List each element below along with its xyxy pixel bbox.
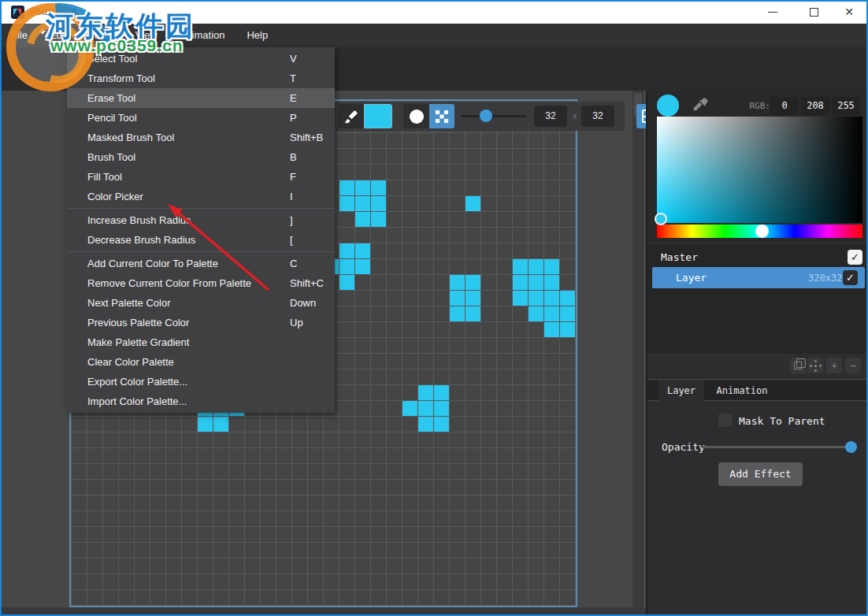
current-color-swatch[interactable] bbox=[364, 104, 392, 128]
menubar-item-animation[interactable]: Animation bbox=[169, 24, 236, 47]
layer-row-selected[interactable]: Layer 320x320 ✓ bbox=[652, 267, 865, 288]
menubar: FileEditToolsViewAnimationHelp bbox=[0, 24, 868, 47]
rgb-red-input[interactable]: 0 bbox=[770, 97, 799, 115]
menu-item-import-color-palette[interactable]: Import Color Palette... bbox=[67, 391, 335, 411]
remove-layer-button[interactable]: − bbox=[845, 358, 861, 373]
tab-layer[interactable]: Layer bbox=[658, 380, 704, 402]
master-visibility-checkbox[interactable]: ✓ bbox=[848, 250, 862, 265]
opacity-slider-track[interactable] bbox=[701, 446, 851, 448]
layer-actions-bar: + − bbox=[647, 354, 868, 377]
brush-size-slider-track[interactable] bbox=[461, 115, 527, 117]
menu-item-pencil-tool[interactable]: Pencil ToolP bbox=[67, 108, 335, 128]
horizontal-scrollbar[interactable] bbox=[0, 607, 646, 616]
merge-layer-button[interactable] bbox=[807, 358, 823, 373]
menu-item-shortcut: [ bbox=[290, 230, 293, 250]
menubar-item-help[interactable]: Help bbox=[236, 24, 279, 47]
canvas-pixel bbox=[559, 306, 575, 321]
menu-item-make-palette-gradient[interactable]: Make Palette Gradient bbox=[67, 332, 335, 352]
menu-item-add-current-color-to-palette[interactable]: Add Current Color To PaletteC bbox=[67, 254, 335, 273]
app-icon bbox=[11, 6, 24, 19]
menu-item-shortcut: V bbox=[290, 49, 297, 69]
menu-item-label: Make Palette Gradient bbox=[87, 332, 189, 352]
layer-visibility-checkbox[interactable]: ✓ bbox=[843, 270, 858, 285]
current-color-circle[interactable] bbox=[657, 95, 679, 117]
canvas-pixel bbox=[528, 290, 543, 306]
canvas-pixel bbox=[354, 258, 370, 274]
saturation-value-picker[interactable] bbox=[657, 117, 862, 223]
menu-item-previous-palette-color[interactable]: Previous Palette ColorUp bbox=[67, 313, 335, 332]
canvas-pixel bbox=[339, 243, 354, 258]
canvas-width-input[interactable]: 32 bbox=[534, 106, 567, 127]
dimensions-separator: x bbox=[573, 111, 577, 121]
menu-item-erase-tool[interactable]: Erase ToolE bbox=[67, 88, 335, 108]
layer-tab-content: Mask To Parent Opacity Add Effect bbox=[647, 401, 868, 616]
canvas-pixel bbox=[543, 290, 559, 306]
close-button[interactable]: ✕ bbox=[832, 0, 866, 24]
menu-item-label: Add Current Color To Palette bbox=[87, 254, 218, 273]
canvas-pixel bbox=[197, 416, 213, 432]
menu-item-label: Transform Tool bbox=[87, 69, 155, 88]
tab-animation[interactable]: Animation bbox=[709, 380, 775, 402]
vertical-scrollbar[interactable] bbox=[632, 91, 644, 607]
menu-item-label: Import Color Palette... bbox=[87, 391, 187, 411]
canvas-height-input[interactable]: 32 bbox=[581, 106, 614, 127]
canvas-pixel bbox=[339, 195, 354, 211]
add-effect-button[interactable]: Add Effect bbox=[718, 462, 803, 486]
canvas-pixel bbox=[354, 180, 370, 195]
canvas-pixel bbox=[543, 258, 559, 274]
menu-item-shortcut: C bbox=[290, 254, 297, 273]
canvas-pixel bbox=[433, 384, 449, 400]
menu-item-shortcut: Up bbox=[290, 313, 303, 332]
brush-tip-button[interactable] bbox=[339, 104, 364, 128]
dots-icon bbox=[814, 365, 817, 367]
canvas-pixel bbox=[512, 274, 528, 290]
menu-item-color-picker[interactable]: Color PickerI bbox=[67, 187, 335, 206]
menubar-item-tools[interactable]: Tools bbox=[78, 24, 124, 47]
canvas-pixel bbox=[370, 180, 386, 195]
menu-item-remove-current-color-from-palette[interactable]: Remove Current Color From PaletteShift+C bbox=[67, 273, 335, 293]
canvas-pixel bbox=[433, 416, 449, 432]
maximize-button[interactable] bbox=[796, 0, 832, 24]
sv-picker-handle[interactable] bbox=[655, 213, 667, 225]
duplicate-layer-button[interactable] bbox=[790, 358, 806, 373]
menu-item-label: Clear Color Palette bbox=[87, 352, 174, 372]
menu-item-clear-color-palette[interactable]: Clear Color Palette bbox=[67, 352, 335, 372]
app-window: Pixelmash ✕ FileEditToolsViewAnimationHe… bbox=[0, 0, 868, 616]
mask-to-parent-checkbox[interactable] bbox=[718, 414, 732, 427]
canvas-pixel bbox=[417, 384, 433, 400]
canvas-pixel bbox=[528, 274, 543, 290]
rgb-blue-input[interactable]: 255 bbox=[832, 97, 860, 115]
menu-item-next-palette-color[interactable]: Next Palette ColorDown bbox=[67, 293, 335, 313]
menu-item-label: Masked Brush Tool bbox=[87, 128, 174, 147]
layers-list: Master ✓ Layer 320x320 ✓ bbox=[647, 243, 868, 354]
menu-item-label: Erase Tool bbox=[87, 88, 135, 108]
rgb-green-input[interactable]: 208 bbox=[801, 97, 829, 115]
menubar-item-file[interactable]: File bbox=[0, 24, 39, 47]
canvas-pixel bbox=[339, 180, 354, 195]
round-brush-button[interactable] bbox=[403, 104, 429, 128]
master-layer-label: Master bbox=[661, 251, 698, 263]
minimize-button[interactable] bbox=[755, 0, 791, 24]
menubar-item-view[interactable]: View bbox=[124, 24, 169, 47]
hue-slider-handle[interactable] bbox=[755, 225, 769, 238]
menu-item-export-color-palette[interactable]: Export Color Palette... bbox=[67, 372, 335, 391]
brush-size-slider-handle[interactable] bbox=[480, 109, 492, 122]
menu-item-fill-tool[interactable]: Fill ToolF bbox=[67, 167, 335, 187]
menu-item-masked-brush-tool[interactable]: Masked Brush ToolShift+B bbox=[67, 128, 335, 147]
canvas-pixel bbox=[512, 290, 528, 306]
menu-separator bbox=[68, 251, 334, 252]
menu-item-select-tool[interactable]: Select ToolV bbox=[67, 49, 335, 69]
menu-item-brush-tool[interactable]: Brush ToolB bbox=[67, 147, 335, 167]
menubar-item-edit[interactable]: Edit bbox=[39, 24, 78, 47]
menu-item-transform-tool[interactable]: Transform ToolT bbox=[67, 69, 335, 88]
add-layer-button[interactable]: + bbox=[826, 358, 842, 373]
menu-item-decrease-brush-radius[interactable]: Decrease Brush Radius[ bbox=[67, 230, 335, 250]
close-icon: ✕ bbox=[844, 6, 854, 17]
layer-tabbar: Layer Animation bbox=[647, 379, 868, 401]
menu-item-increase-brush-radius[interactable]: Increase Brush Radius] bbox=[67, 210, 335, 230]
menu-item-shortcut: P bbox=[290, 108, 297, 128]
eyedropper-icon[interactable] bbox=[691, 96, 708, 113]
layer-row-master[interactable]: Master ✓ bbox=[647, 248, 868, 267]
opacity-slider-handle[interactable] bbox=[845, 441, 857, 453]
pixel-brush-button[interactable] bbox=[429, 104, 454, 128]
